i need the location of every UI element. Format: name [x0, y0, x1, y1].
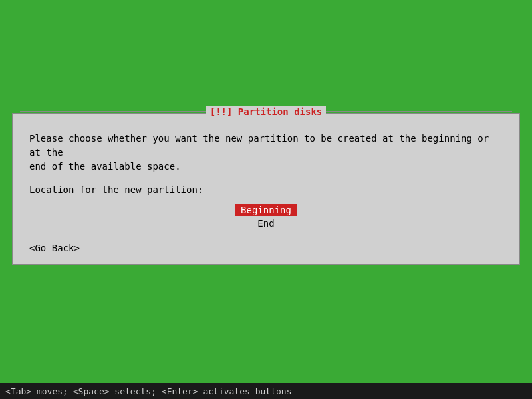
dialog-body: Please choose whether you want the new p…: [13, 125, 519, 264]
bottom-bar-text: <Tab> moves; <Space> selects; <Enter> ac…: [5, 386, 291, 396]
option-end[interactable]: End: [252, 217, 279, 229]
option-beginning[interactable]: Beginning: [235, 204, 297, 216]
options-list: Beginning End: [29, 204, 503, 229]
dialog-title: [!!] Partition disks: [206, 106, 327, 117]
go-back-button[interactable]: <Go Back>: [29, 243, 503, 253]
title-line-left: [20, 111, 206, 112]
dialog-box: [!!] Partition disks Please choose wheth…: [12, 113, 520, 265]
bottom-bar: <Tab> moves; <Space> selects; <Enter> ac…: [0, 383, 532, 399]
title-line-right: [326, 111, 512, 112]
description-line2: end of the available space.: [29, 161, 181, 172]
location-label: Location for the new partition:: [29, 184, 503, 195]
title-bar: [!!] Partition disks: [20, 106, 512, 117]
description-text: Please choose whether you want the new p…: [29, 132, 503, 174]
description-line1: Please choose whether you want the new p…: [29, 133, 489, 158]
